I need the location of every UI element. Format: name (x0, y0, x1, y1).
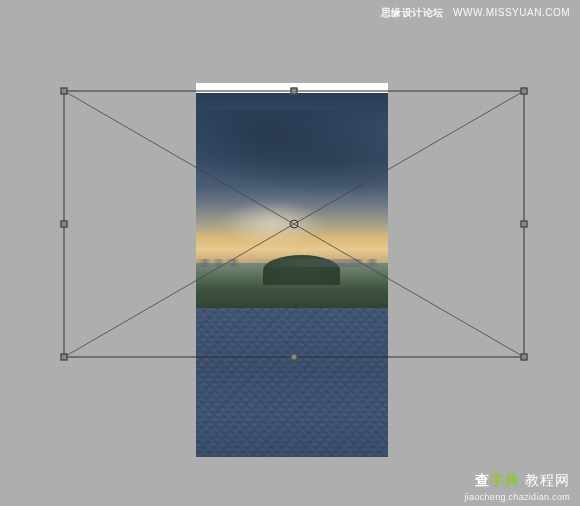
transform-handle-center[interactable] (290, 220, 299, 229)
watermark-top-cn: 思缘设计论坛 (381, 7, 444, 18)
watermark-bottom-url: jiaocheng.chazidian.com (465, 492, 570, 502)
brand-cha: 查 (475, 472, 490, 488)
transform-handle-bottom-right[interactable] (521, 354, 528, 361)
watermark-bottom: 查字典 教程网 jiaocheng.chazidian.com (465, 472, 570, 502)
brand-jiaocheng: 教程网 (520, 472, 570, 488)
transform-handle-top-left[interactable] (61, 88, 68, 95)
transform-handle-top-mid[interactable] (291, 88, 298, 95)
free-transform-bounding-box[interactable] (64, 91, 524, 357)
transform-handle-bottom-left[interactable] (61, 354, 68, 361)
watermark-top-url: WWW.MISSYUAN.COM (453, 7, 570, 18)
brand-zidian: 字典 (490, 472, 520, 488)
watermark-top: 思缘设计论坛 WWW.MISSYUAN.COM (381, 6, 570, 20)
transform-handle-bottom-mid[interactable] (291, 354, 298, 361)
transform-handle-mid-left[interactable] (61, 221, 68, 228)
transform-handle-top-right[interactable] (521, 88, 528, 95)
transform-handle-mid-right[interactable] (521, 221, 528, 228)
watermark-bottom-brand: 查字典 教程网 (465, 472, 570, 490)
